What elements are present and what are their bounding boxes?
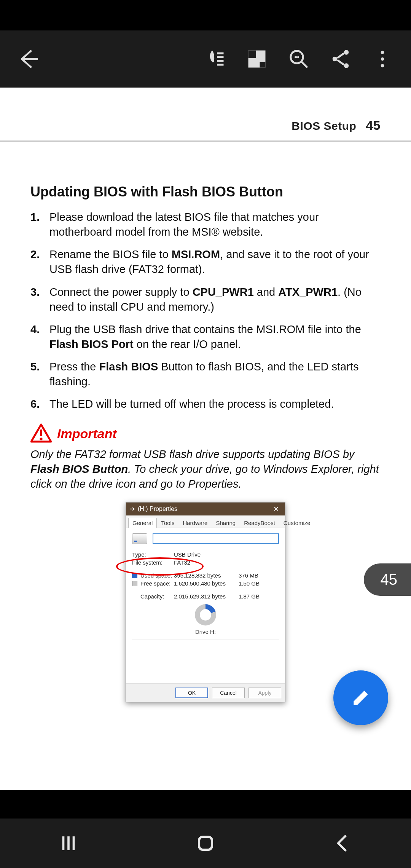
tab-readyboost: ReadyBoost xyxy=(240,518,279,528)
important-label: Important xyxy=(57,426,117,441)
back-button[interactable] xyxy=(8,38,49,80)
drive-icon xyxy=(132,533,147,544)
svg-point-12 xyxy=(381,57,384,61)
home-button[interactable] xyxy=(137,819,274,868)
row-used: Used space:395,128,832 bytes376 MB xyxy=(132,571,279,579)
usage-donut-icon xyxy=(195,604,216,625)
dialog-title: (H:) Properties xyxy=(138,506,177,512)
svg-point-13 xyxy=(381,64,384,67)
tab-customize: Customize xyxy=(279,518,315,528)
step-5: Press the Flash BIOS Button to flash BIO… xyxy=(30,359,381,389)
running-header: BIOS Setup 45 xyxy=(30,118,381,133)
row-free: Free space:1,620,500,480 bytes1.50 GB xyxy=(132,579,279,587)
recents-button[interactable] xyxy=(0,819,137,868)
step-2: Rename the BIOS file to MSI.ROM, and sav… xyxy=(30,247,381,277)
page-layout-icon[interactable] xyxy=(236,38,278,80)
header-rule xyxy=(0,140,411,142)
properties-dialog: ➔ (H:) Properties ✕ General Tools Hardwa… xyxy=(126,502,285,702)
system-back-button[interactable] xyxy=(274,819,411,868)
section-name: BIOS Setup xyxy=(292,120,356,132)
cancel-button: Cancel xyxy=(212,688,245,698)
svg-point-15 xyxy=(40,437,42,440)
dialog-titlebar: ➔ (H:) Properties ✕ xyxy=(126,503,285,515)
page-number: 45 xyxy=(366,118,381,132)
row-filesystem: File system:FAT32 xyxy=(132,558,279,566)
svg-point-8 xyxy=(344,50,349,55)
section-title: Updating BIOS with Flash BIOS Button xyxy=(30,184,381,200)
important-callout: Important Only the FAT32 format USB flas… xyxy=(30,423,381,491)
svg-rect-16 xyxy=(199,837,212,850)
svg-point-7 xyxy=(296,56,298,58)
drive-label: Drive H: xyxy=(195,629,216,635)
close-icon: ✕ xyxy=(271,505,281,513)
svg-rect-1 xyxy=(249,51,256,58)
tab-general: General xyxy=(128,518,157,528)
steps-list: Please download the latest BIOS file tha… xyxy=(30,210,381,412)
warning-icon xyxy=(30,423,52,445)
dialog-tabs: General Tools Hardware Sharing ReadyBoos… xyxy=(126,515,285,528)
apply-button: Apply xyxy=(249,688,281,698)
search-icon[interactable] xyxy=(278,38,320,80)
tab-hardware: Hardware xyxy=(178,518,212,528)
row-type: Type:USB Drive xyxy=(132,550,279,558)
app-toolbar xyxy=(0,30,411,88)
tab-tools: Tools xyxy=(157,518,178,528)
more-menu-icon[interactable] xyxy=(362,38,403,80)
step-1: Please download the latest BIOS file tha… xyxy=(30,210,381,239)
volume-name-input xyxy=(153,533,279,544)
svg-point-10 xyxy=(344,63,349,68)
svg-rect-14 xyxy=(40,429,42,436)
ok-button: OK xyxy=(175,688,208,698)
tab-sharing: Sharing xyxy=(212,518,240,528)
svg-rect-2 xyxy=(260,62,266,68)
system-nav-bar xyxy=(0,819,411,868)
pencil-icon xyxy=(350,687,371,708)
edit-fab-button[interactable] xyxy=(333,670,388,725)
step-3: Connect the power supply to CPU_PWR1 and… xyxy=(30,285,381,314)
svg-point-11 xyxy=(381,51,384,54)
status-bar xyxy=(0,0,411,30)
share-icon[interactable] xyxy=(320,38,362,80)
ink-annotate-icon[interactable] xyxy=(194,38,236,80)
document-page[interactable]: BIOS Setup 45 Updating BIOS with Flash B… xyxy=(0,88,411,790)
step-6: The LED will be turned off when the proc… xyxy=(30,397,381,412)
svg-point-9 xyxy=(333,57,338,62)
important-text: Only the FAT32 format USB flash drive su… xyxy=(30,447,381,491)
drive-arrow-icon: ➔ xyxy=(130,505,135,512)
step-4: Plug the USB flash drive that contains t… xyxy=(30,322,381,352)
row-capacity: Capacity:2,015,629,312 bytes1.87 GB xyxy=(132,592,279,600)
page-indicator-bubble[interactable]: 45 xyxy=(364,563,411,596)
